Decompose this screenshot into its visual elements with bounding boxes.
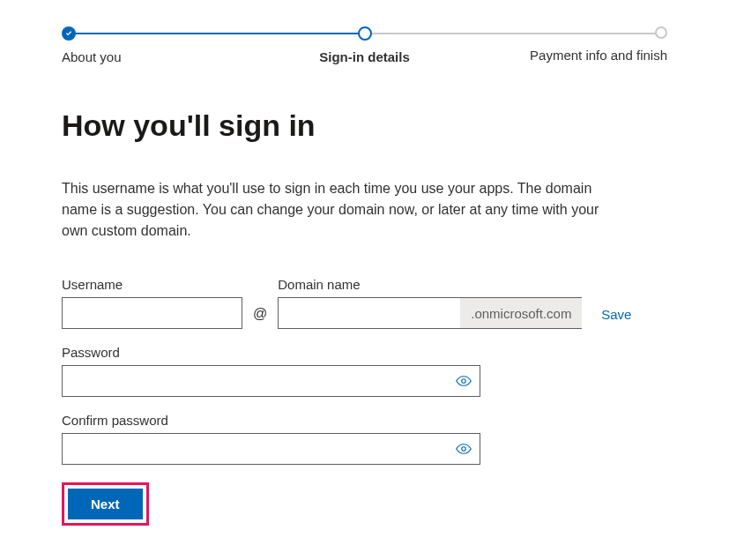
progress-stepper: About you Sign-in details Payment info a… <box>62 26 667 64</box>
confirm-password-group: Confirm password <box>62 413 667 465</box>
svg-point-1 <box>462 447 466 452</box>
username-group: Username <box>62 277 242 329</box>
domain-input-wrap: .onmicrosoft.com <box>278 297 582 329</box>
at-symbol: @ <box>253 306 267 329</box>
domain-suffix: .onmicrosoft.com <box>460 298 582 328</box>
domain-group: Domain name .onmicrosoft.com <box>278 277 582 329</box>
domain-input[interactable] <box>279 298 460 328</box>
next-button-highlight: Next <box>62 482 149 526</box>
step-line-completed <box>69 33 365 34</box>
domain-label: Domain name <box>278 277 582 292</box>
step-circle-current-icon <box>358 26 372 41</box>
eye-icon[interactable] <box>456 373 472 389</box>
check-icon <box>62 26 76 41</box>
step-label: About you <box>62 49 122 64</box>
username-label: Username <box>62 277 242 292</box>
confirm-password-input[interactable] <box>62 433 480 465</box>
step-label: Sign-in details <box>319 49 410 64</box>
save-link[interactable]: Save <box>601 307 631 329</box>
password-label: Password <box>62 345 667 360</box>
confirm-password-label: Confirm password <box>62 413 667 428</box>
step-line-upcoming <box>365 33 661 34</box>
username-input[interactable] <box>62 297 242 329</box>
eye-icon[interactable] <box>456 441 472 457</box>
password-input[interactable] <box>62 365 480 397</box>
page-heading: How you'll sign in <box>62 108 667 143</box>
step-label: Payment info and finish <box>530 48 667 63</box>
next-button[interactable]: Next <box>68 489 143 519</box>
svg-point-0 <box>462 379 466 384</box>
page-description: This username is what you'll use to sign… <box>62 178 626 242</box>
username-domain-row: Username @ Domain name .onmicrosoft.com … <box>62 277 667 329</box>
step-circle-upcoming-icon <box>655 26 667 39</box>
password-group: Password <box>62 345 667 397</box>
